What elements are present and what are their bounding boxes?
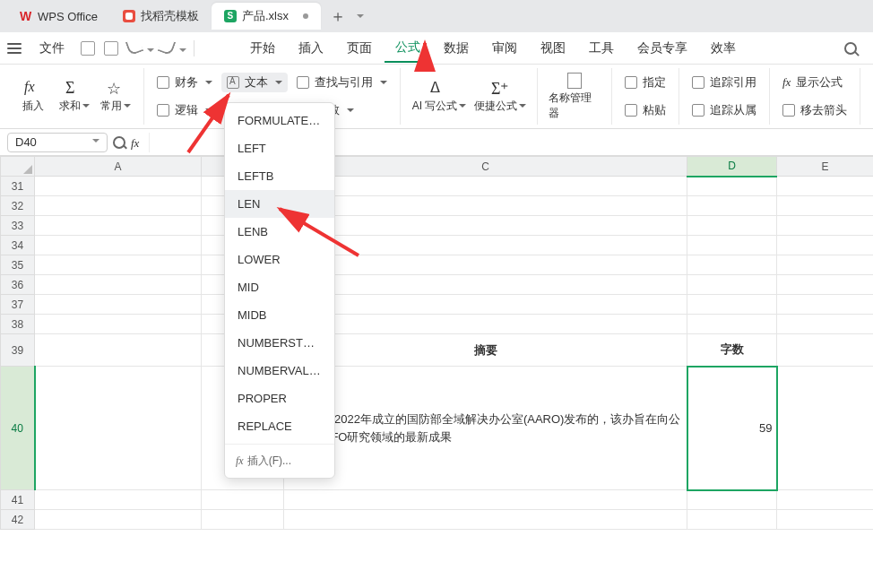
app-home-tab[interactable]: W WPS Office bbox=[7, 3, 110, 30]
dropdown-item-replace[interactable]: REPLACE bbox=[225, 412, 334, 440]
cell[interactable] bbox=[777, 255, 874, 275]
cell[interactable] bbox=[284, 510, 687, 530]
cell[interactable] bbox=[284, 490, 687, 510]
dropdown-item-mid[interactable]: MID bbox=[225, 273, 334, 301]
insert-function-button[interactable]: fx 插入 bbox=[13, 77, 54, 116]
finance-fn-button[interactable]: 财务 bbox=[151, 73, 218, 92]
fx-bar-icon[interactable]: fx bbox=[131, 136, 143, 149]
dropdown-item-proper[interactable]: PROPER bbox=[225, 385, 334, 412]
cell[interactable] bbox=[35, 177, 202, 196]
row-header[interactable]: 32 bbox=[1, 196, 35, 216]
redo-caret[interactable] bbox=[179, 48, 186, 56]
paste-name-button[interactable]: 粘贴 bbox=[619, 100, 671, 120]
save-icon[interactable] bbox=[81, 41, 95, 56]
autosum-button[interactable]: Σ 求和 bbox=[54, 77, 95, 116]
cell[interactable] bbox=[35, 255, 202, 275]
menu-view[interactable]: 视图 bbox=[530, 35, 576, 62]
define-name-button[interactable]: 指定 bbox=[619, 73, 671, 92]
row-header[interactable]: 31 bbox=[1, 177, 35, 196]
cell[interactable] bbox=[35, 367, 202, 490]
dropdown-item-lower[interactable]: LOWER bbox=[225, 246, 334, 273]
cell[interactable] bbox=[284, 177, 687, 196]
text-fn-button[interactable]: 文本 bbox=[221, 73, 288, 92]
document-tab[interactable]: S 产品.xlsx bbox=[212, 3, 321, 30]
cell[interactable] bbox=[284, 216, 687, 236]
menu-tools[interactable]: 工具 bbox=[578, 35, 625, 62]
cell[interactable] bbox=[687, 255, 777, 275]
lookup-fn-button[interactable]: 查找与引用 bbox=[291, 73, 393, 92]
cell[interactable] bbox=[777, 216, 874, 236]
cell[interactable] bbox=[35, 334, 202, 367]
ai-formula-button[interactable]: ᐃ AI 写公式 bbox=[408, 77, 471, 116]
cell[interactable] bbox=[687, 216, 777, 236]
col-header-C[interactable]: C bbox=[284, 157, 687, 177]
row-header[interactable]: 37 bbox=[1, 295, 35, 315]
col-header-E[interactable]: E bbox=[777, 157, 874, 177]
cell[interactable] bbox=[777, 295, 874, 315]
tab-more-caret[interactable] bbox=[357, 14, 364, 22]
row-header[interactable]: 39 bbox=[1, 334, 35, 367]
menu-start[interactable]: 开始 bbox=[239, 35, 286, 62]
cell[interactable] bbox=[687, 236, 777, 255]
trace-precedents-button[interactable]: 追踪引用 bbox=[687, 73, 762, 92]
select-all-corner[interactable] bbox=[1, 157, 35, 177]
cell[interactable] bbox=[777, 196, 874, 216]
cell[interactable] bbox=[777, 510, 874, 530]
cell[interactable] bbox=[284, 275, 687, 295]
app-menu-button[interactable] bbox=[7, 43, 22, 54]
cell[interactable] bbox=[35, 196, 202, 216]
cell[interactable] bbox=[687, 315, 777, 334]
cell-active-D40[interactable]: 59 bbox=[687, 367, 777, 490]
cell[interactable] bbox=[35, 490, 202, 510]
row-header[interactable]: 33 bbox=[1, 216, 35, 236]
search-icon[interactable] bbox=[844, 42, 857, 55]
row-header[interactable]: 41 bbox=[1, 490, 35, 510]
new-tab-button[interactable]: ＋ bbox=[321, 5, 355, 27]
cell[interactable] bbox=[687, 510, 777, 530]
cell[interactable] bbox=[35, 315, 202, 334]
print-icon[interactable] bbox=[104, 41, 118, 56]
dropdown-item-numbervalue[interactable]: NUMBERVALUE bbox=[225, 357, 334, 385]
row-header[interactable]: 35 bbox=[1, 255, 35, 275]
cell-summary-header[interactable]: 摘要 bbox=[284, 334, 687, 367]
fast-formula-button[interactable]: Σ⁺ 便捷公式 bbox=[471, 77, 530, 116]
dropdown-insert-footer[interactable]: fx 插入(F)... bbox=[225, 448, 334, 474]
cell[interactable] bbox=[777, 315, 874, 334]
menu-insert[interactable]: 插入 bbox=[288, 35, 334, 62]
undo-icon[interactable] bbox=[125, 38, 144, 56]
logic-fn-button[interactable]: 逻辑 bbox=[151, 100, 218, 120]
cell-summary-body[interactable]: 报告是由2022年成立的国防部全域解决办公室(AARO)发布的，该办旨在向公众通… bbox=[284, 367, 687, 490]
dropdown-item-formulatext[interactable]: FORMULATEXT bbox=[225, 107, 334, 134]
dropdown-item-midb[interactable]: MIDB bbox=[225, 301, 334, 329]
cell[interactable] bbox=[687, 177, 777, 196]
cell[interactable] bbox=[687, 295, 777, 315]
cell[interactable] bbox=[284, 196, 687, 216]
col-header-A[interactable]: A bbox=[35, 157, 202, 177]
undo-caret[interactable] bbox=[147, 48, 154, 56]
col-header-D[interactable]: D bbox=[687, 157, 777, 177]
row-header[interactable]: 40 bbox=[1, 367, 35, 490]
dropdown-item-lenb[interactable]: LENB bbox=[225, 218, 334, 246]
cell[interactable] bbox=[284, 255, 687, 275]
cell[interactable] bbox=[202, 490, 284, 510]
row-header[interactable]: 42 bbox=[1, 510, 35, 530]
cell[interactable] bbox=[687, 196, 777, 216]
cell[interactable] bbox=[284, 295, 687, 315]
menu-member[interactable]: 会员专享 bbox=[627, 35, 698, 62]
cell[interactable] bbox=[35, 275, 202, 295]
common-fn-button[interactable]: 常用 bbox=[95, 77, 136, 116]
row-header[interactable]: 38 bbox=[1, 315, 35, 334]
cell[interactable] bbox=[284, 236, 687, 255]
cell[interactable] bbox=[202, 510, 284, 530]
cell[interactable] bbox=[777, 334, 874, 367]
cell[interactable] bbox=[35, 216, 202, 236]
name-box[interactable]: D40 bbox=[7, 133, 108, 152]
menu-page[interactable]: 页面 bbox=[336, 35, 383, 62]
redo-icon[interactable] bbox=[158, 38, 177, 56]
file-menu[interactable]: 文件 bbox=[29, 35, 75, 62]
remove-arrows-button[interactable]: 移去箭头 bbox=[777, 100, 852, 120]
name-manager-button[interactable]: 名称管理器 bbox=[545, 71, 604, 123]
cell-count-header[interactable]: 字数 bbox=[687, 334, 777, 367]
trace-dependents-button[interactable]: 追踪从属 bbox=[687, 100, 762, 120]
template-tab[interactable]: 找稻壳模板 bbox=[110, 3, 212, 30]
